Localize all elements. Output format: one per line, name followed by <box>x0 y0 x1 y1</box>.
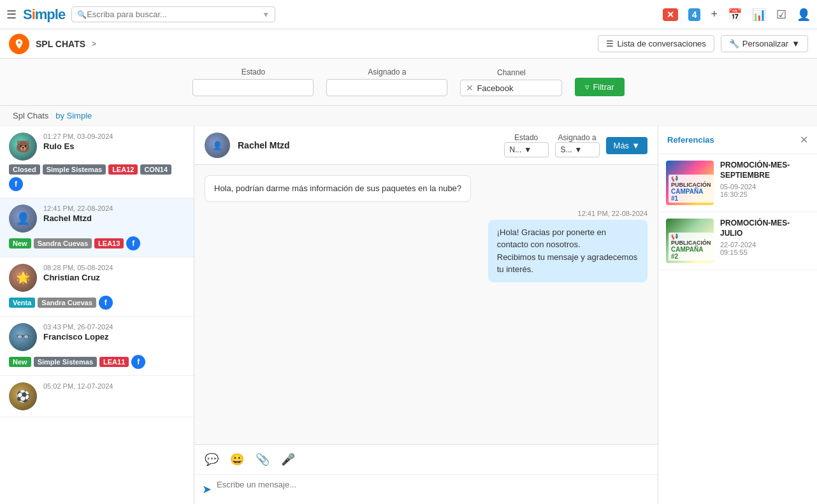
chat-name: Rulo Es <box>43 141 185 151</box>
check-icon[interactable]: ☑ <box>776 8 786 22</box>
reference-date: 22-07-202409:15:55 <box>720 241 809 256</box>
chat-time: 03:43 PM, 26-07-2024 <box>43 323 185 331</box>
chat-tags: Venta Sandra Cuevas f <box>9 296 185 310</box>
lista-conversaciones-button[interactable]: ☰ Lista de conversaciones <box>598 35 714 52</box>
tag-new: New <box>9 238 31 248</box>
reference-thumbnail: 📢 PUBLICACIÓNCAMPAÑA #1 <box>666 161 714 205</box>
facebook-icon: f <box>9 177 23 191</box>
lista-icon: ☰ <box>606 39 614 48</box>
avatar: 👤 <box>9 205 37 233</box>
outgoing-message-wrapper: 12:41 PM, 22-08-2024 ¡Hola! Gracias por … <box>435 210 647 282</box>
chat-time: 08:28 PM, 05-08-2024 <box>43 264 185 271</box>
sub-nav-icon <box>9 34 29 54</box>
estado-select[interactable]: N... ▼ <box>504 142 549 157</box>
reference-name: PROMOCIÓN-MES-SEPTIEMBRE <box>720 161 809 180</box>
sub-nav-title: SPL CHATS <box>36 39 85 49</box>
tag-con14: CON14 <box>140 164 171 175</box>
avatar: ⚽ <box>9 382 37 410</box>
references-title: Referencias <box>667 135 714 145</box>
avatar: 👓 <box>9 323 37 351</box>
mas-dropdown-icon: ▼ <box>632 141 640 150</box>
chat-tags: New Simple Sistemas LEA11 f <box>9 355 185 369</box>
references-header: Referencias ✕ <box>658 126 817 154</box>
estado-label: Estado <box>192 68 314 76</box>
microphone-icon[interactable]: 🎤 <box>278 450 298 469</box>
asignado-filter-group: Asignado a <box>326 68 447 96</box>
filtrar-button[interactable]: ▿ Filtrar <box>575 78 624 96</box>
asignado-dropdown-icon: ▼ <box>575 145 582 154</box>
estado-dropdown-icon: ▼ <box>524 145 531 154</box>
sub-nav-arrow-icon: > <box>92 40 96 48</box>
chat-list: 🐻 01:27 PM, 03-09-2024 Rulo Es Closed Si… <box>0 126 194 504</box>
references-panel: Referencias ✕ 📢 PUBLICACIÓNCAMPAÑA #1 PR… <box>658 126 817 504</box>
chat-item[interactable]: 🌟 08:28 PM, 05-08-2024 Christian Cruz Ve… <box>0 257 194 317</box>
chart-icon[interactable]: 📊 <box>752 8 766 22</box>
chat-item[interactable]: 👓 03:43 PM, 26-07-2024 Francisco Lopez N… <box>0 317 194 376</box>
message-bubble: Hola, podrían darme más información de s… <box>205 175 471 202</box>
wrench-icon: 🔧 <box>729 39 739 48</box>
channel-filter-field[interactable]: ✕ Facebook <box>460 80 562 96</box>
channel-label: Channel <box>460 68 562 77</box>
chat-item[interactable]: 🐻 01:27 PM, 03-09-2024 Rulo Es Closed Si… <box>0 126 194 198</box>
references-close-icon[interactable]: ✕ <box>800 134 808 146</box>
personalizar-dropdown-icon: ▼ <box>792 39 800 48</box>
personalizar-button[interactable]: 🔧 Personalizar ▼ <box>721 35 808 52</box>
4-icon[interactable]: 4 <box>688 8 701 21</box>
tag-simple-sistemas: Simple Sistemas <box>43 164 106 175</box>
chat-name: Francisco Lopez <box>43 332 185 342</box>
reference-name: PROMOCIÓN-MES-JULIO <box>720 219 809 238</box>
emoji-icon[interactable]: 😀 <box>228 450 247 469</box>
breadcrumb: Spl Chats by Simple <box>0 106 817 126</box>
tag-new: New <box>9 357 31 367</box>
chat-window: 👤 Rachel Mtzd Estado N... ▼ Asignado a S… <box>194 126 658 504</box>
reference-info: PROMOCIÓN-MES-SEPTIEMBRE 05-09-202416:30… <box>720 161 809 205</box>
references-list: 📢 PUBLICACIÓNCAMPAÑA #1 PROMOCIÓN-MES-SE… <box>658 154 817 504</box>
chat-name: Rachel Mtzd <box>43 213 185 223</box>
mas-button[interactable]: Más ▼ <box>606 137 647 154</box>
tag-lea11: LEA11 <box>99 357 129 367</box>
sub-nav: SPL CHATS > ☰ Lista de conversaciones 🔧 … <box>0 29 817 59</box>
estado-header-label: Estado <box>514 133 538 142</box>
send-icon[interactable]: ➤ <box>202 482 212 496</box>
reference-item[interactable]: 📢 PUBLICACIÓNCAMPAÑA #2 PROMOCIÓN-MES-JU… <box>658 212 817 270</box>
hamburger-icon[interactable]: ☰ <box>6 8 17 22</box>
message-bubble: ¡Hola! Gracias por ponerte en contacto c… <box>488 220 647 282</box>
attachment-icon[interactable]: 📎 <box>253 450 272 469</box>
tag-sandra-cuevas: Sandra Cuevas <box>34 238 92 248</box>
message-input[interactable] <box>217 480 650 504</box>
input-row: ➤ <box>194 475 658 504</box>
channel-filter-group: Channel ✕ Facebook <box>460 68 562 96</box>
asignado-label: Asignado a <box>326 68 447 76</box>
facebook-icon: f <box>126 236 140 250</box>
filter-icon: ▿ <box>585 82 589 92</box>
chat-item[interactable]: 👤 12:41 PM, 22-08-2024 Rachel Mtzd New S… <box>0 198 194 257</box>
channel-remove-icon[interactable]: ✕ <box>466 83 474 93</box>
asignado-select[interactable]: S... ▼ <box>555 142 600 157</box>
chat-tags: New Sandra Cuevas LEA13 f <box>9 236 185 250</box>
message-mode-icon[interactable]: 💬 <box>202 450 221 469</box>
chat-info: 01:27 PM, 03-09-2024 Rulo Es <box>43 133 185 151</box>
chat-item[interactable]: ⚽ 05:02 PM, 12-07-2024 <box>0 376 194 417</box>
reference-item[interactable]: 📢 PUBLICACIÓNCAMPAÑA #1 PROMOCIÓN-MES-SE… <box>658 154 817 212</box>
breadcrumb-by-simple[interactable]: by Simple <box>55 111 92 120</box>
calendar-icon[interactable]: 📅 <box>728 8 742 22</box>
search-icon: 🔍 <box>77 10 87 19</box>
reference-thumb-image: 📢 PUBLICACIÓNCAMPAÑA #1 <box>666 161 714 205</box>
breadcrumb-spl-chats: Spl Chats <box>13 111 48 120</box>
chat-info: 08:28 PM, 05-08-2024 Christian Cruz <box>43 264 185 282</box>
search-input[interactable] <box>87 10 262 19</box>
tag-simple-sistemas: Simple Sistemas <box>34 357 97 367</box>
main-content: 🐻 01:27 PM, 03-09-2024 Rulo Es Closed Si… <box>0 126 817 504</box>
x-icon[interactable]: ✕ <box>663 8 678 21</box>
search-bar[interactable]: 🔍 ▼ <box>71 6 275 22</box>
chat-time: 01:27 PM, 03-09-2024 <box>43 133 185 140</box>
plus-icon[interactable]: + <box>711 8 718 21</box>
sub-nav-right: ☰ Lista de conversaciones 🔧 Personalizar… <box>598 35 808 52</box>
message-input-area: 💬 😀 📎 🎤 ➤ <box>194 444 658 504</box>
user-icon[interactable]: 👤 <box>797 8 811 22</box>
asignado-input[interactable] <box>326 79 447 96</box>
filter-bar: Estado Asignado a Channel ✕ Facebook ▿ F… <box>0 59 817 106</box>
estado-input[interactable] <box>192 79 314 96</box>
search-dropdown-icon: ▼ <box>262 10 270 19</box>
messages-area: Hola, podrían darme más información de s… <box>194 165 658 444</box>
